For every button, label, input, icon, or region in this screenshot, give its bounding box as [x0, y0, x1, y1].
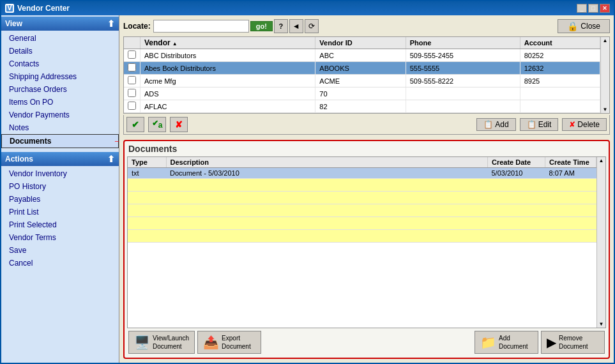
delete-vendor-button[interactable]: ✘ Delete	[562, 118, 607, 131]
col-phone: Phone	[406, 37, 520, 49]
scroll-up-icon[interactable]: ▲	[602, 37, 609, 44]
cell-vendor-id: ACME	[315, 75, 406, 87]
cell-account	[520, 87, 600, 100]
view-launch-icon: 🖥️	[134, 335, 150, 350]
vendor-center-window: V Vendor Center _ □ ✕ View ⬆ General Det…	[0, 0, 615, 364]
table-row[interactable]: AFLAC 82	[124, 100, 600, 113]
table-row[interactable]: ABC Distributors ABC 509-555-2455 80252	[124, 49, 600, 62]
vendor-scrollbar[interactable]: ▲ ▼	[600, 37, 609, 113]
sidebar-item-print-list[interactable]: Print List	[1, 206, 119, 218]
window-controls: _ □ ✕	[577, 4, 610, 13]
checkbox-cell[interactable]	[124, 87, 140, 100]
maximize-button[interactable]: □	[588, 4, 598, 13]
cell-phone: 555-5555	[406, 62, 520, 75]
row-checkbox[interactable]	[128, 50, 136, 59]
cell-phone	[406, 100, 520, 113]
sidebar-item-general[interactable]: General	[1, 32, 119, 45]
table-row[interactable]: Abes Book Distributors ABOOKS 555-5555 1…	[124, 62, 600, 75]
help-button[interactable]: ?	[274, 19, 288, 33]
table-row[interactable]: Acme Mfg ACME 509-555-8222 8925	[124, 75, 600, 87]
actions-section-header[interactable]: Actions ⬆	[1, 152, 119, 166]
title-bar: V Vendor Center _ □ ✕	[1, 1, 614, 15]
row-checkbox[interactable]	[128, 76, 136, 84]
add-document-button[interactable]: 📁 AddDocument	[475, 331, 538, 354]
locate-input[interactable]	[153, 20, 249, 33]
row-checkbox[interactable]	[128, 89, 136, 97]
cell-vendor-id: 82	[315, 100, 406, 113]
vendor-table: Vendor ▲ Vendor ID Phone Account	[124, 37, 600, 113]
vendor-table-body: ABC Distributors ABC 509-555-2455 80252 …	[124, 49, 600, 113]
doc-scroll-down-icon[interactable]: ▼	[598, 321, 605, 328]
close-window-button[interactable]: ✕	[600, 4, 610, 13]
check-all-button[interactable]: ✔	[126, 117, 144, 132]
row-checkbox[interactable]	[128, 102, 136, 110]
go-button[interactable]: go!	[250, 21, 273, 31]
add-document-label: AddDocument	[499, 334, 528, 351]
doc-scrollbar[interactable]: ▲ ▼	[596, 157, 605, 328]
sidebar-item-documents[interactable]: Documents	[1, 134, 119, 148]
cell-phone	[406, 87, 520, 100]
doc-table-empty-row	[128, 230, 596, 243]
cell-create-date: 5/03/2010	[488, 168, 545, 179]
checkbox-cell[interactable]	[124, 62, 140, 75]
doc-table-scroll: Type Description Create Date Create Time…	[128, 157, 596, 328]
export-label: ExportDocument	[222, 334, 251, 351]
add-label: Add	[495, 120, 508, 129]
close-button[interactable]: 🔒 Close	[558, 19, 610, 33]
sidebar-item-print-selected[interactable]: Print Selected	[1, 218, 119, 231]
checkbox-cell[interactable]	[124, 49, 140, 62]
sidebar-item-shipping-addresses[interactable]: Shipping Addresses	[1, 70, 119, 83]
add-vendor-button[interactable]: 📋 Add	[476, 118, 515, 131]
scroll-down-icon[interactable]: ▼	[602, 106, 609, 113]
documents-nav-container: Documents →	[1, 134, 119, 148]
sidebar-item-items-on-po[interactable]: Items On PO	[1, 96, 119, 109]
sidebar-item-vendor-terms[interactable]: Vendor Terms	[1, 231, 119, 244]
cell-vendor: ABC Distributors	[140, 49, 315, 62]
uncheck-button[interactable]: ✘	[170, 117, 188, 132]
checkbox-cell[interactable]	[124, 75, 140, 87]
remove-document-button[interactable]: ▶ RemoveDocument	[541, 331, 605, 354]
check-selected-button[interactable]: ✔a	[148, 117, 166, 132]
doc-table-scroll-wrapper: Type Description Create Date Create Time…	[128, 157, 605, 328]
sidebar-item-details[interactable]: Details	[1, 45, 119, 57]
doc-table-row[interactable]: txt Document - 5/03/2010 5/03/2010 8:07 …	[128, 168, 596, 179]
export-icon: 📤	[203, 335, 219, 350]
top-bar: Locate: go! ? ◄ ⟳ 🔒 Close	[123, 19, 610, 33]
sidebar-item-payables[interactable]: Payables	[1, 193, 119, 206]
refresh-button[interactable]: ⟳	[305, 19, 319, 33]
add-document-icon: 📁	[480, 335, 496, 350]
cell-vendor-id: 70	[315, 87, 406, 100]
minimize-button[interactable]: _	[577, 4, 587, 13]
sidebar-item-notes[interactable]: Notes	[1, 121, 119, 134]
col-account: Account	[520, 37, 600, 49]
cell-vendor: ADS	[140, 87, 315, 100]
cell-vendor: Acme Mfg	[140, 75, 315, 87]
edit-vendor-button[interactable]: 📋 Edit	[520, 118, 559, 131]
cell-account: 12632	[520, 62, 600, 75]
delete-icon: ✘	[569, 120, 575, 129]
view-section-header[interactable]: View ⬆	[1, 17, 119, 31]
sidebar-item-cancel[interactable]: Cancel	[1, 257, 119, 269]
cell-type: txt	[128, 168, 166, 179]
view-launch-button[interactable]: 🖥️ View/LaunchDocument	[128, 331, 195, 354]
sidebar-item-save[interactable]: Save	[1, 244, 119, 257]
table-row[interactable]: ADS 70	[124, 87, 600, 100]
doc-table-empty-row	[128, 204, 596, 217]
table-toolbar: ✔ ✔a ✘ 📋 Add 📋 Edit ✘	[123, 115, 610, 135]
checkbox-cell[interactable]	[124, 100, 140, 113]
sidebar-item-po-history[interactable]: PO History	[1, 180, 119, 193]
doc-scroll-up-icon[interactable]: ▲	[598, 157, 605, 164]
cell-vendor: Abes Book Distributors	[140, 62, 315, 75]
add-icon: 📋	[483, 120, 493, 129]
back-button[interactable]: ◄	[289, 19, 303, 33]
sidebar-item-vendor-payments[interactable]: Vendor Payments	[1, 109, 119, 121]
sidebar-item-contacts[interactable]: Contacts	[1, 57, 119, 70]
svg-text:V: V	[7, 4, 12, 12]
row-checkbox[interactable]	[128, 63, 136, 72]
documents-title: Documents	[127, 144, 606, 154]
col-create-date: Create Date	[488, 157, 545, 168]
view-section-label: View	[5, 19, 22, 28]
export-document-button[interactable]: 📤 ExportDocument	[197, 331, 261, 354]
sidebar-item-vendor-inventory[interactable]: Vendor Inventory	[1, 167, 119, 180]
sidebar-item-purchase-orders[interactable]: Purchase Orders	[1, 83, 119, 96]
